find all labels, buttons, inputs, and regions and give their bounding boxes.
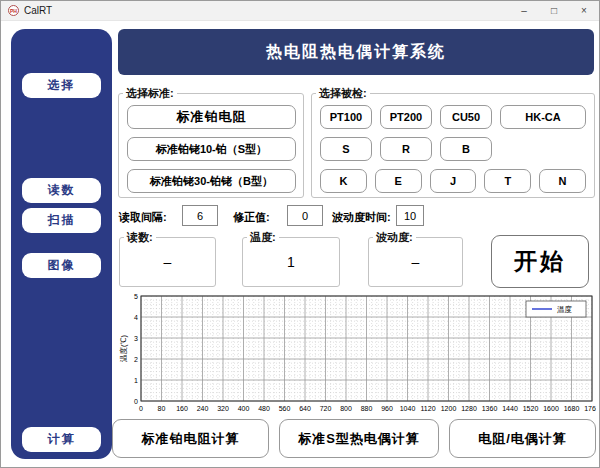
sidebar: 选择 读数 扫描 图像 计算	[11, 29, 112, 459]
page-title: 热电阻热电偶计算系统	[118, 29, 594, 75]
close-icon[interactable]: ×	[569, 1, 599, 20]
x-tick-label: 240	[197, 405, 209, 412]
read-interval-input[interactable]	[182, 205, 218, 226]
reading-display-label: 读数:	[124, 230, 156, 245]
x-tick-label: 320	[217, 405, 229, 412]
sidebar-item-calculate[interactable]: 计算	[22, 427, 101, 452]
x-tick-label: 720	[320, 405, 332, 412]
titlebar: PH CalRT – □ ×	[1, 1, 599, 21]
standard-group-label: 选择标准:	[123, 86, 177, 101]
x-tick-label: 1200	[441, 405, 457, 412]
dut-pt100-button[interactable]: PT100	[320, 105, 372, 129]
maximize-icon[interactable]: □	[539, 1, 569, 20]
dut-cu50-button[interactable]: CU50	[440, 105, 492, 129]
x-tick-label: 800	[340, 405, 352, 412]
sidebar-item-reading[interactable]: 读数	[22, 178, 101, 203]
standard-b-type-button[interactable]: 标准铂铑30-铂铑（B型）	[127, 169, 296, 193]
x-tick-label: 1520	[523, 405, 539, 412]
dut-k-button[interactable]: K	[320, 169, 367, 193]
window-controls: – □ ×	[509, 1, 599, 20]
x-tick-label: 1040	[400, 405, 416, 412]
dut-row-1: PT100 PT200 CU50 HK-CA	[320, 105, 586, 129]
x-tick-label: 400	[238, 405, 250, 412]
dut-b-button[interactable]: B	[440, 137, 492, 161]
std-s-thermocouple-calc-button[interactable]: 标准S型热电偶计算	[279, 419, 439, 458]
sidebar-item-image[interactable]: 图像	[22, 253, 101, 278]
minimize-icon[interactable]: –	[509, 1, 539, 20]
legend-label: 温度	[557, 305, 573, 314]
dut-n-button[interactable]: N	[539, 169, 586, 193]
x-tick-label: 560	[279, 405, 291, 412]
y-tick-label: 5	[134, 293, 138, 300]
temperature-display-label: 温度:	[247, 230, 279, 245]
dut-group: 选择被检: PT100 PT200 CU50 HK-CA S R B K E J…	[311, 93, 595, 198]
temperature-display: 温度: 1	[242, 237, 340, 287]
x-tick-label: 640	[299, 405, 311, 412]
dut-s-button[interactable]: S	[320, 137, 372, 161]
x-tick-label: 160	[176, 405, 188, 412]
read-interval-label: 读取间隔:	[119, 210, 167, 225]
x-tick-label: 1760	[584, 405, 596, 412]
dut-t-button[interactable]: T	[484, 169, 531, 193]
resistance-thermocouple-calc-button[interactable]: 电阻/电偶计算	[449, 419, 596, 458]
x-tick-label: 880	[361, 405, 373, 412]
fluctuation-value: –	[369, 254, 462, 270]
dut-group-label: 选择被检:	[316, 86, 370, 101]
x-tick-label: 480	[258, 405, 270, 412]
reading-display: 读数: –	[119, 237, 216, 287]
x-tick-label: 1120	[420, 405, 435, 412]
x-tick-label: 0	[139, 405, 143, 412]
x-tick-label: 1280	[461, 405, 477, 412]
dut-j-button[interactable]: J	[430, 169, 477, 193]
standard-s-type-button[interactable]: 标准铂铑10-铂（S型）	[127, 137, 296, 161]
standard-pt-resistance-button[interactable]: 标准铂电阻	[127, 105, 296, 129]
dut-row-3: K E J T N	[320, 169, 586, 193]
y-tick-label: 1	[134, 377, 138, 384]
window-title: CalRT	[24, 5, 52, 16]
temperature-chart: 0801602403204004805606407208008809601040…	[118, 291, 596, 416]
x-tick-label: 1680	[564, 405, 580, 412]
dut-row-2: S R B	[320, 137, 586, 161]
start-button[interactable]: 开始	[491, 235, 589, 288]
fluctuation-time-input[interactable]	[396, 205, 424, 226]
correction-input[interactable]	[287, 205, 323, 226]
app-window: PH CalRT – □ × 选择 读数 扫描 图像 计算 热电阻热电偶计算系统…	[0, 0, 600, 468]
sidebar-item-scan[interactable]: 扫描	[22, 208, 101, 233]
x-tick-label: 1600	[543, 405, 559, 412]
standard-group: 选择标准: 标准铂电阻 标准铂铑10-铂（S型） 标准铂铑30-铂铑（B型）	[118, 93, 304, 198]
sidebar-item-select[interactable]: 选择	[22, 73, 101, 98]
std-pt-resistance-calc-button[interactable]: 标准铂电阻计算	[112, 419, 269, 458]
fluctuation-time-label: 波动度时间:	[332, 210, 391, 225]
app-icon: PH	[8, 5, 19, 16]
dut-hk-ca-button[interactable]: HK-CA	[500, 105, 586, 129]
y-tick-label: 4	[134, 314, 138, 321]
dut-r-button[interactable]: R	[380, 137, 432, 161]
x-tick-label: 80	[158, 405, 166, 412]
reading-value: –	[120, 254, 215, 270]
dut-pt200-button[interactable]: PT200	[380, 105, 432, 129]
correction-label: 修正值:	[233, 210, 270, 225]
x-tick-label: 1360	[482, 405, 498, 412]
y-tick-label: 2	[134, 356, 138, 363]
fluctuation-display-label: 波动度:	[373, 230, 416, 245]
chart-canvas: 0801602403204004805606407208008809601040…	[118, 291, 596, 416]
y-tick-label: 0	[134, 398, 138, 405]
x-tick-label: 1440	[502, 405, 518, 412]
fluctuation-display: 波动度: –	[368, 237, 463, 287]
dut-e-button[interactable]: E	[375, 169, 422, 193]
temperature-value: 1	[243, 254, 339, 270]
y-axis-label: 温度(℃)	[119, 335, 128, 362]
y-tick-label: 3	[134, 335, 138, 342]
x-tick-label: 960	[381, 405, 393, 412]
